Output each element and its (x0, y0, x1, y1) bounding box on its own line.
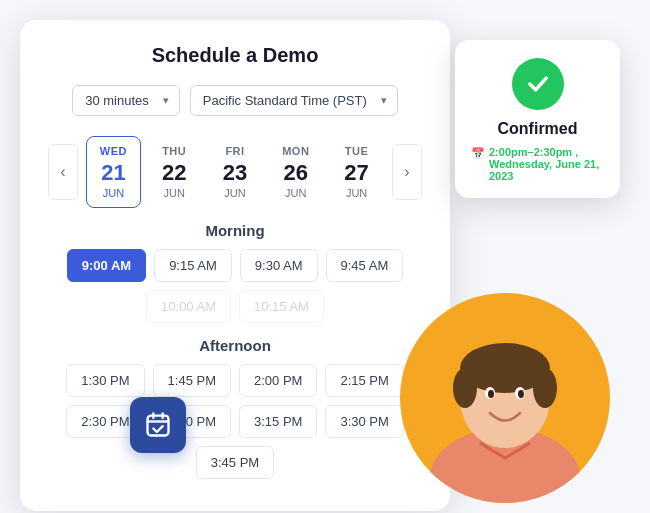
confirmed-time: 📅 2:00pm–2:30pm ,Wednesday, June 21, 202… (471, 146, 604, 182)
calendar-check-icon (144, 411, 172, 439)
prev-arrow[interactable]: ‹ (48, 144, 78, 200)
day-cell[interactable]: THU 22 JUN (147, 136, 202, 208)
svg-rect-10 (148, 416, 169, 436)
svg-point-9 (518, 390, 524, 398)
morning-slots: 9:00 AM9:15 AM9:30 AM9:45 AM10:00 AM10:1… (48, 249, 422, 323)
day-cell[interactable]: FRI 23 JUN (208, 136, 263, 208)
time-slot-button[interactable]: 9:30 AM (240, 249, 318, 282)
time-slot-button[interactable]: 3:15 PM (239, 405, 317, 438)
schedule-card: Schedule a Demo 30 minutes Pacific Stand… (20, 20, 450, 511)
next-arrow[interactable]: › (392, 144, 422, 200)
days-row: WED 21 JUN THU 22 JUN FRI 23 JUN MON 26 … (78, 136, 392, 208)
day-cell[interactable]: WED 21 JUN (86, 136, 141, 208)
time-slot-button[interactable]: 9:45 AM (326, 249, 404, 282)
time-slot-button[interactable]: 9:15 AM (154, 249, 232, 282)
time-slot-button[interactable]: 3:30 PM (325, 405, 403, 438)
time-slot-button[interactable]: 3:45 PM (196, 446, 274, 479)
time-slot-button[interactable]: 2:00 PM (239, 364, 317, 397)
calendar-icon-button[interactable] (130, 397, 186, 453)
dropdowns-row: 30 minutes Pacific Standard Time (PST) (48, 85, 422, 116)
time-slot-button[interactable]: 1:45 PM (153, 364, 231, 397)
time-slot-button[interactable]: 2:15 PM (325, 364, 403, 397)
card-title: Schedule a Demo (48, 44, 422, 67)
afternoon-slots: 1:30 PM1:45 PM2:00 PM2:15 PM2:30 PM3:00 … (48, 364, 422, 479)
avatar-circle (400, 293, 610, 503)
time-slot-button: 10:00 AM (146, 290, 231, 323)
time-slot-button[interactable]: 9:00 AM (67, 249, 146, 282)
confirmed-time-text: 2:00pm–2:30pm ,Wednesday, June 21, 2023 (489, 146, 604, 182)
day-cell[interactable]: MON 26 JUN (268, 136, 323, 208)
svg-point-4 (453, 368, 477, 408)
calendar-icon-small: 📅 (471, 147, 485, 160)
time-slot-button: 10:15 AM (239, 290, 324, 323)
morning-label: Morning (48, 222, 422, 239)
confirmed-card: Confirmed 📅 2:00pm–2:30pm ,Wednesday, Ju… (455, 40, 620, 198)
check-icon (524, 70, 552, 98)
timezone-dropdown[interactable]: Pacific Standard Time (PST) (190, 85, 398, 116)
time-slot-button[interactable]: 1:30 PM (66, 364, 144, 397)
check-circle (512, 58, 564, 110)
svg-point-8 (488, 390, 494, 398)
confirmed-title: Confirmed (471, 120, 604, 138)
afternoon-label: Afternoon (48, 337, 422, 354)
day-cell[interactable]: TUE 27 JUN (329, 136, 384, 208)
svg-point-5 (533, 368, 557, 408)
duration-dropdown[interactable]: 30 minutes (72, 85, 180, 116)
calendar-nav: ‹ WED 21 JUN THU 22 JUN FRI 23 JUN MON 2… (48, 136, 422, 208)
